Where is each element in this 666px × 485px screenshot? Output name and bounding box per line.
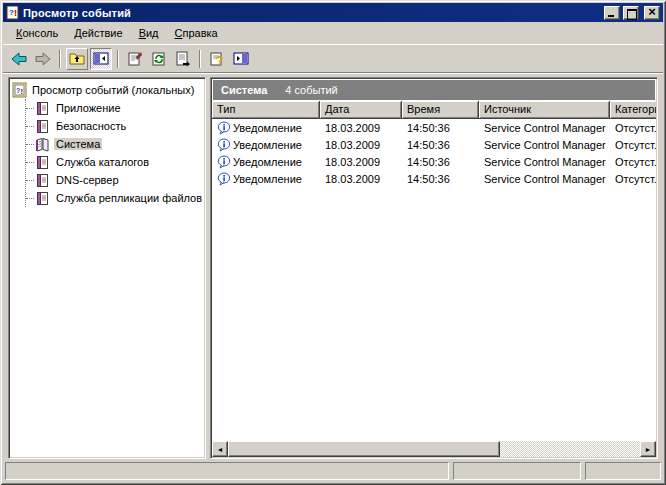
event-list-pane: Система 4 событий Тип Дата Время Источни… (210, 77, 658, 459)
event-source: Service Control Manager (479, 122, 610, 134)
help-icon: ? (209, 51, 225, 67)
toolbar-separator (59, 50, 61, 68)
log-icon (35, 101, 50, 116)
menu-view[interactable]: Вид (131, 24, 167, 42)
status-section-main (5, 462, 449, 480)
log-icon (35, 119, 50, 134)
result-pane-title: Система (221, 84, 267, 96)
properties-button[interactable] (124, 48, 146, 70)
event-type: Уведомление (233, 156, 302, 168)
minimize-button[interactable] (604, 6, 620, 20)
scroll-right-button[interactable]: ► (640, 441, 656, 457)
tree-item-system[interactable]: Система (26, 135, 204, 153)
information-icon (217, 172, 231, 186)
information-icon (217, 138, 231, 152)
event-row[interactable]: Уведомление 18.03.2009 14:50:36 Service … (212, 153, 656, 170)
toolbar-separator (199, 50, 201, 68)
console-tree-pane: ? ! Просмотр событий (локальных) Приложе… (8, 77, 206, 459)
tree-item-label: Безопасность (54, 120, 128, 132)
menu-action[interactable]: Действие (66, 24, 130, 42)
event-type: Уведомление (233, 173, 302, 185)
help-button[interactable]: ? (206, 48, 228, 70)
open-log-icon (35, 137, 50, 152)
export-list-button[interactable] (172, 48, 194, 70)
tree-children: Приложение Безопасность Система Служба к… (25, 99, 204, 207)
toolbar-separator (117, 50, 119, 68)
result-pane-header: Система 4 событий (213, 80, 655, 100)
event-date: 18.03.2009 (320, 139, 402, 151)
show-hide-action-pane-button[interactable] (230, 48, 252, 70)
toolbar: ? (3, 45, 663, 73)
up-one-level-button[interactable] (66, 48, 88, 70)
event-category: Отсутст... (610, 156, 656, 168)
status-section-right (585, 462, 661, 480)
back-icon (11, 51, 27, 67)
event-category: Отсутст... (610, 173, 656, 185)
event-list-body: Уведомление 18.03.2009 14:50:36 Service … (212, 119, 656, 441)
event-time: 14:50:36 (402, 173, 479, 185)
horizontal-scrollbar[interactable]: ◄ ► (212, 441, 656, 457)
refresh-button[interactable] (148, 48, 170, 70)
column-header-category[interactable]: Категория (610, 101, 656, 119)
event-row[interactable]: Уведомление 18.03.2009 14:50:36 Service … (212, 136, 656, 153)
tree-item-label: Приложение (54, 102, 123, 114)
show-hide-console-tree-icon (93, 51, 109, 67)
event-date: 18.03.2009 (320, 156, 402, 168)
event-category: Отсутст... (610, 139, 656, 151)
event-time: 14:50:36 (402, 156, 479, 168)
event-viewer-console-icon: ? ! (12, 82, 28, 98)
event-row[interactable]: Уведомление 18.03.2009 14:50:36 Service … (212, 119, 656, 136)
forward-button[interactable] (32, 48, 54, 70)
main-area: ? ! Просмотр событий (локальных) Приложе… (8, 77, 658, 459)
log-icon (35, 191, 50, 206)
information-icon (217, 155, 231, 169)
tree-item-label: Система (54, 138, 102, 150)
maximize-button[interactable] (623, 6, 639, 20)
column-header-row: Тип Дата Время Источник Категория (212, 101, 656, 119)
refresh-icon (151, 51, 167, 67)
event-viewer-app-icon: ? ! (6, 6, 20, 20)
event-time: 14:50:36 (402, 139, 479, 151)
forward-icon (35, 51, 51, 67)
column-header-time[interactable]: Время (402, 101, 479, 119)
tree-root-label: Просмотр событий (локальных) (32, 84, 194, 96)
up-one-level-icon (69, 51, 85, 67)
tree-item-directory-service[interactable]: Служба каталогов (26, 153, 204, 171)
event-category: Отсутст... (610, 122, 656, 134)
tree-item-application[interactable]: Приложение (26, 99, 204, 117)
event-type: Уведомление (233, 122, 302, 134)
column-header-source[interactable]: Источник (479, 101, 610, 119)
tree-item-label: DNS-сервер (54, 174, 121, 186)
tree-item-dns-server[interactable]: DNS-сервер (26, 171, 204, 189)
scrollbar-thumb[interactable] (228, 441, 500, 457)
status-bar (5, 462, 661, 480)
svg-text:!: ! (14, 8, 17, 18)
result-pane-count: 4 событий (285, 84, 337, 96)
menu-bar: Консоль Действие Вид Справка (3, 22, 663, 45)
column-header-type[interactable]: Тип (212, 101, 320, 119)
scroll-left-button[interactable]: ◄ (212, 441, 228, 457)
event-source: Service Control Manager (479, 173, 610, 185)
tree-root-event-viewer[interactable]: ? ! Просмотр событий (локальных) (12, 81, 204, 99)
tree-item-security[interactable]: Безопасность (26, 117, 204, 135)
information-icon (217, 121, 231, 135)
svg-text:!: ! (21, 87, 24, 96)
log-icon (35, 155, 50, 170)
show-hide-action-pane-icon (233, 51, 249, 67)
status-section-middle (453, 462, 581, 480)
show-hide-console-tree-button[interactable] (90, 48, 112, 70)
scrollbar-track[interactable] (500, 441, 640, 457)
event-source: Service Control Manager (479, 156, 610, 168)
title-bar[interactable]: ? ! Просмотр событий (3, 3, 663, 22)
menu-help[interactable]: Справка (167, 24, 226, 42)
tree-item-label: Служба каталогов (54, 156, 151, 168)
menu-konsol[interactable]: Консоль (8, 24, 66, 42)
back-button[interactable] (8, 48, 30, 70)
event-source: Service Control Manager (479, 139, 610, 151)
event-row[interactable]: Уведомление 18.03.2009 14:50:36 Service … (212, 170, 656, 187)
close-button[interactable] (644, 6, 660, 20)
event-viewer-window: ? ! Просмотр событий Консоль Действие Ви… (0, 0, 666, 485)
tree-item-label: Служба репликации файлов (54, 192, 204, 204)
column-header-date[interactable]: Дата (320, 101, 402, 119)
tree-item-file-replication[interactable]: Служба репликации файлов (26, 189, 204, 207)
